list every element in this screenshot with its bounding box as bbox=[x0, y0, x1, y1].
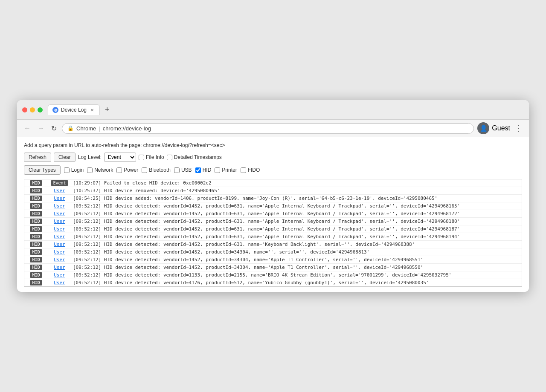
login-checkbox[interactable] bbox=[64, 167, 70, 173]
log-message: [10:25:37] HID device removed: deviceId=… bbox=[71, 187, 522, 194]
type-badge: HID bbox=[30, 211, 42, 216]
level-badge[interactable]: User bbox=[54, 242, 65, 247]
toolbar: Refresh Clear Log Level: Event Verbose I… bbox=[24, 153, 522, 162]
log-level-cell[interactable]: User bbox=[48, 195, 71, 202]
log-message: [09:52:12] HID device detected: vendorId… bbox=[71, 264, 522, 271]
new-tab-button[interactable]: + bbox=[103, 105, 111, 114]
minimize-button[interactable] bbox=[30, 107, 35, 112]
log-message: [09:52:12] HID device detected: vendorId… bbox=[71, 210, 522, 217]
level-badge[interactable]: User bbox=[54, 226, 65, 232]
browser-window: ◍ Device Log ✕ + ← → ↻ 🔒 Chrome | chrome… bbox=[17, 100, 529, 292]
detailed-timestamps-checkbox-label[interactable]: Detailed Timestamps bbox=[167, 154, 222, 160]
hid-checkbox-label[interactable]: HID bbox=[195, 167, 212, 173]
log-level-cell[interactable]: User bbox=[48, 241, 71, 248]
log-level-cell[interactable]: User bbox=[48, 202, 71, 210]
browser-menu-button[interactable]: ⋮ bbox=[513, 123, 524, 134]
network-label: Network bbox=[94, 167, 113, 173]
table-row: HIDUser[09:52:12] HID device detected: v… bbox=[24, 241, 522, 248]
table-row: HIDUser[09:52:12] HID device detected: v… bbox=[24, 248, 522, 256]
log-level-cell[interactable]: User bbox=[48, 279, 71, 286]
profile-icon[interactable]: 👤 bbox=[477, 122, 489, 134]
table-row: HIDUser[09:52:12] HID device detected: v… bbox=[24, 256, 522, 264]
log-level-cell[interactable]: User bbox=[48, 271, 71, 279]
tab-close-button[interactable]: ✕ bbox=[89, 107, 95, 113]
log-message: [09:52:12] HID device detected: vendorId… bbox=[71, 233, 522, 240]
clear-types-button[interactable]: Clear Types bbox=[24, 165, 61, 175]
refresh-button[interactable]: Refresh bbox=[24, 153, 51, 162]
log-level-cell[interactable]: User bbox=[48, 210, 71, 217]
log-level-cell[interactable]: User bbox=[48, 218, 71, 225]
level-badge[interactable]: User bbox=[54, 234, 65, 239]
table-row: HIDUser[09:52:12] HID device detected: v… bbox=[24, 210, 522, 218]
level-badge[interactable]: User bbox=[54, 272, 65, 278]
printer-label: Printer bbox=[222, 167, 237, 173]
close-button[interactable] bbox=[22, 107, 27, 112]
table-row: HIDUser[10:25:37] HID device removed: de… bbox=[24, 187, 522, 195]
level-badge[interactable]: User bbox=[54, 257, 65, 262]
bluetooth-checkbox[interactable] bbox=[142, 167, 147, 173]
network-checkbox-label[interactable]: Network bbox=[87, 167, 113, 173]
level-badge[interactable]: User bbox=[54, 280, 65, 285]
usb-label: USB bbox=[181, 167, 192, 173]
printer-checkbox[interactable] bbox=[215, 167, 220, 173]
table-row: HIDUser[09:52:12] HID device detected: v… bbox=[24, 264, 522, 271]
table-row: HIDUser[09:52:12] HID device detected: v… bbox=[24, 225, 522, 233]
forward-button[interactable]: → bbox=[36, 124, 46, 133]
usb-checkbox-label[interactable]: USB bbox=[174, 167, 192, 173]
level-badge[interactable]: User bbox=[54, 196, 65, 201]
level-badge[interactable]: User bbox=[54, 219, 65, 224]
level-badge[interactable]: User bbox=[54, 265, 65, 270]
log-message: [09:52:12] HID device detected: vendorId… bbox=[71, 279, 522, 286]
level-badge[interactable]: User bbox=[54, 211, 65, 216]
power-checkbox[interactable] bbox=[116, 167, 122, 173]
table-row: HIDUser[09:52:12] HID device detected: v… bbox=[24, 233, 522, 241]
log-type-cell: HID bbox=[24, 248, 48, 256]
log-level-cell[interactable]: User bbox=[48, 264, 71, 271]
file-info-checkbox-label[interactable]: File Info bbox=[139, 154, 164, 160]
login-checkbox-label[interactable]: Login bbox=[64, 167, 84, 173]
log-level-cell[interactable]: User bbox=[48, 225, 71, 233]
bluetooth-label: Bluetooth bbox=[149, 167, 171, 173]
bluetooth-checkbox-label[interactable]: Bluetooth bbox=[142, 167, 171, 173]
log-type-cell: HID bbox=[24, 264, 48, 271]
log-type-cell: HID bbox=[24, 233, 48, 240]
log-message: [10:29:07] Failed to close HID device: 0… bbox=[71, 179, 522, 187]
traffic-lights bbox=[22, 107, 43, 112]
active-tab[interactable]: ◍ Device Log ✕ bbox=[48, 104, 100, 115]
printer-checkbox-label[interactable]: Printer bbox=[215, 167, 237, 173]
detailed-timestamps-checkbox[interactable] bbox=[167, 155, 172, 160]
usb-checkbox[interactable] bbox=[174, 167, 180, 173]
log-level-cell[interactable]: User bbox=[48, 187, 71, 194]
level-badge[interactable]: User bbox=[54, 188, 65, 193]
file-info-checkbox[interactable] bbox=[139, 155, 144, 160]
log-type-cell: HID bbox=[24, 271, 48, 279]
reload-button[interactable]: ↻ bbox=[49, 124, 58, 133]
type-badge: HID bbox=[30, 226, 42, 232]
type-badge: HID bbox=[30, 188, 42, 193]
log-message: [09:52:12] HID device detected: vendorId… bbox=[71, 218, 522, 225]
hid-checkbox[interactable] bbox=[195, 167, 201, 173]
address-bar[interactable]: 🔒 Chrome | chrome://device-log bbox=[62, 123, 474, 134]
fido-checkbox[interactable] bbox=[241, 167, 246, 173]
title-bar: ◍ Device Log ✕ + bbox=[17, 100, 529, 120]
power-checkbox-label[interactable]: Power bbox=[116, 167, 138, 173]
log-level-select[interactable]: Event Verbose Info Warning Error bbox=[104, 153, 136, 162]
maximize-button[interactable] bbox=[38, 107, 43, 112]
level-badge[interactable]: User bbox=[54, 203, 65, 209]
fido-checkbox-label[interactable]: FIDO bbox=[241, 167, 260, 173]
level-badge[interactable]: User bbox=[54, 249, 65, 255]
fido-label: FIDO bbox=[248, 167, 260, 173]
log-level-cell[interactable]: User bbox=[48, 256, 71, 263]
type-badge: HID bbox=[30, 203, 42, 209]
log-level-cell[interactable]: User bbox=[48, 233, 71, 240]
login-label: Login bbox=[71, 167, 84, 173]
network-checkbox[interactable] bbox=[87, 167, 93, 173]
level-badge: Event bbox=[51, 180, 68, 186]
table-row: HIDEvent[10:29:07] Failed to close HID d… bbox=[24, 179, 522, 187]
log-message: [09:52:12] HID device detected: vendorId… bbox=[71, 241, 522, 248]
tab-bar: ◍ Device Log ✕ + bbox=[48, 104, 524, 115]
back-button[interactable]: ← bbox=[22, 124, 32, 133]
log-level-cell[interactable]: User bbox=[48, 248, 71, 256]
type-badge: HID bbox=[30, 234, 42, 239]
clear-button[interactable]: Clear bbox=[54, 153, 76, 162]
